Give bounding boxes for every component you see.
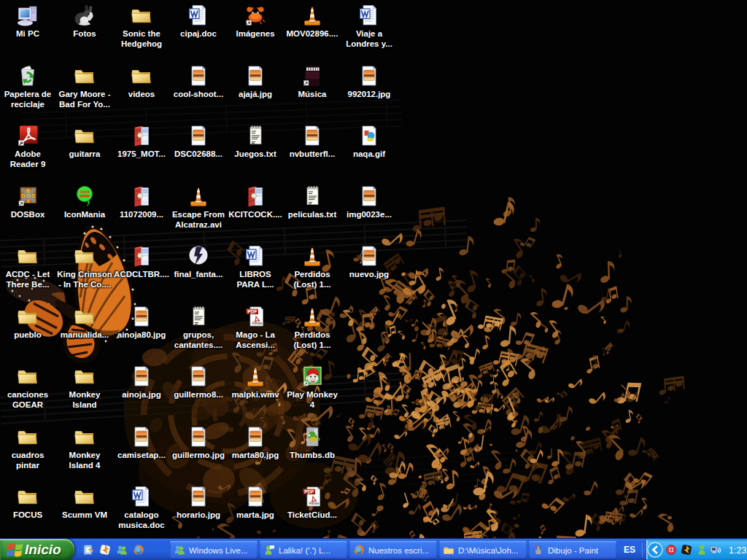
svg-text:1:23: 1:23 bbox=[729, 545, 746, 556]
